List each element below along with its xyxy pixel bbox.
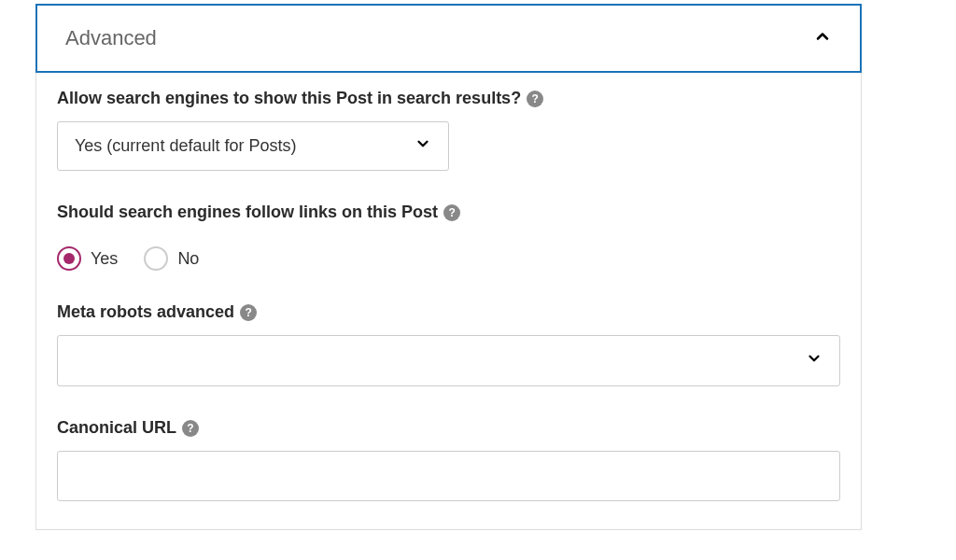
help-icon[interactable]: ? [443, 204, 460, 221]
canonical-url-label: Canonical URL ? [57, 418, 199, 438]
panel-body: Allow search engines to show this Post i… [36, 72, 861, 529]
panel-title: Advanced [65, 26, 157, 50]
help-icon[interactable]: ? [527, 91, 543, 107]
canonical-url-input[interactable] [57, 451, 840, 501]
canonical-url-field: Canonical URL ? [57, 418, 840, 501]
meta-robots-field: Meta robots advanced ? [57, 302, 840, 386]
help-icon[interactable]: ? [240, 304, 257, 321]
chevron-up-icon [813, 27, 832, 49]
follow-links-radio-group: Yes No [57, 246, 840, 271]
label-text: Meta robots advanced [57, 302, 234, 322]
meta-robots-select[interactable] [57, 335, 840, 386]
label-text: Should search engines follow links on th… [57, 203, 438, 222]
label-text: Allow search engines to show this Post i… [57, 89, 521, 108]
meta-robots-label: Meta robots advanced ? [57, 302, 257, 322]
advanced-panel-header[interactable]: Advanced [35, 4, 862, 73]
radio-label: No [177, 249, 199, 269]
chevron-down-icon [415, 135, 431, 157]
follow-links-label: Should search engines follow links on th… [57, 203, 460, 222]
radio-label: Yes [91, 249, 118, 269]
allow-search-field: Allow search engines to show this Post i… [57, 89, 840, 171]
allow-search-label: Allow search engines to show this Post i… [57, 89, 543, 108]
chevron-down-icon [806, 350, 822, 371]
label-text: Canonical URL [57, 418, 176, 438]
radio-circle-icon [57, 246, 81, 271]
radio-circle-icon [144, 246, 168, 271]
follow-yes-radio[interactable]: Yes [57, 246, 118, 271]
follow-links-field: Should search engines follow links on th… [57, 203, 840, 271]
select-value: Yes (current default for Posts) [75, 136, 296, 156]
radio-dot-icon [63, 253, 75, 264]
help-icon[interactable]: ? [182, 420, 199, 437]
allow-search-select[interactable]: Yes (current default for Posts) [57, 121, 449, 171]
advanced-panel: Advanced Allow search engines to show th… [35, 4, 862, 530]
follow-no-radio[interactable]: No [144, 246, 199, 271]
